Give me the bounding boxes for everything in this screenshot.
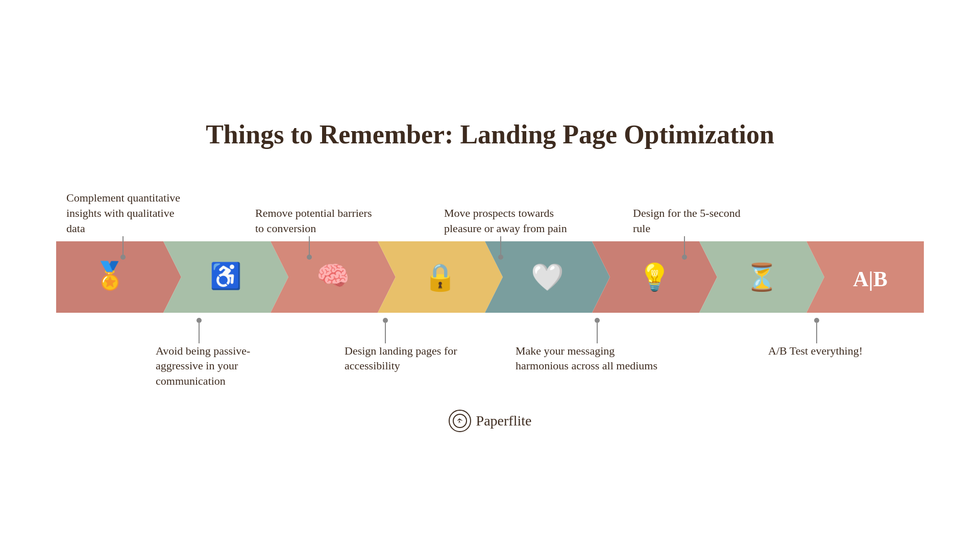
svg-text:🏅: 🏅 bbox=[93, 260, 127, 291]
svg-text:💡: 💡 bbox=[638, 261, 671, 293]
bottom-connector-2 bbox=[199, 318, 202, 343]
top-label-7: Design for the 5-second rule bbox=[633, 206, 745, 236]
bottom-labels-row: Avoid being passive-aggressive in your c… bbox=[56, 318, 924, 399]
svg-text:🔒: 🔒 bbox=[424, 261, 457, 293]
svg-text:A|B: A|B bbox=[853, 267, 888, 291]
svg-text:🤍: 🤍 bbox=[531, 261, 564, 293]
top-label-3: Remove potential barriers to conversion bbox=[255, 206, 378, 236]
bottom-connector-4 bbox=[385, 318, 388, 343]
bottom-connector-8 bbox=[817, 318, 819, 343]
page-wrapper: Things to Remember: Landing Page Optimiz… bbox=[56, 119, 924, 432]
page-title: Things to Remember: Landing Page Optimiz… bbox=[206, 119, 774, 149]
bottom-connector-6 bbox=[597, 318, 600, 343]
svg-text:♿: ♿ bbox=[210, 261, 242, 291]
bottom-label-8: A/B Test everything! bbox=[768, 343, 880, 359]
svg-point-16 bbox=[453, 414, 467, 428]
diagram-area: Complement quantitative insights with qu… bbox=[56, 180, 924, 399]
svg-text:🧠: 🧠 bbox=[316, 260, 350, 291]
svg-text:⏳: ⏳ bbox=[745, 261, 778, 293]
logo-area: Paperflite bbox=[449, 410, 532, 432]
logo-icon bbox=[449, 410, 471, 432]
top-labels-row: Complement quantitative insights with qu… bbox=[56, 180, 924, 236]
top-label-5: Move prospects towards pleasure or away … bbox=[444, 206, 582, 236]
bottom-label-6: Make your messaging harmonious across al… bbox=[516, 343, 669, 373]
bottom-label-4: Design landing pages for accessibility bbox=[345, 343, 462, 373]
bottom-label-2: Avoid being passive-aggressive in your c… bbox=[156, 343, 293, 389]
logo-text: Paperflite bbox=[476, 413, 532, 429]
chevron-bar: 🏅 ♿ 🧠 🔒 🤍 💡 ⏳ bbox=[56, 241, 924, 313]
top-label-1: Complement quantitative insights with qu… bbox=[66, 190, 184, 236]
